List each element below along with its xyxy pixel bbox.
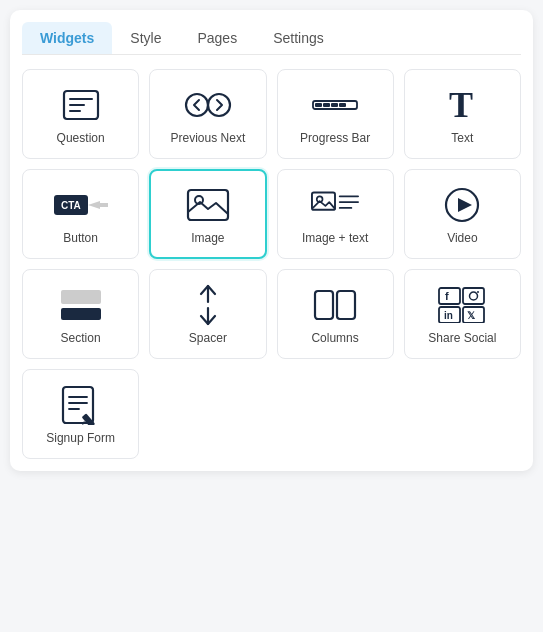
progress-bar-label: Progress Bar xyxy=(300,131,370,145)
image-icon xyxy=(184,187,232,223)
widget-section[interactable]: Section xyxy=(22,269,139,359)
tab-settings[interactable]: Settings xyxy=(255,22,342,54)
svg-point-34 xyxy=(470,292,478,300)
widget-video[interactable]: Video xyxy=(404,169,521,259)
svg-text:𝕏: 𝕏 xyxy=(467,310,476,321)
question-icon xyxy=(57,87,105,123)
widget-signup-form[interactable]: Signup Form xyxy=(22,369,139,459)
svg-rect-30 xyxy=(337,291,355,319)
tab-style[interactable]: Style xyxy=(112,22,179,54)
svg-rect-9 xyxy=(331,103,338,107)
widget-share-social[interactable]: f in 𝕏 Share Social xyxy=(404,269,521,359)
tab-pages[interactable]: Pages xyxy=(179,22,255,54)
svg-rect-26 xyxy=(61,308,101,320)
widget-text[interactable]: T Text xyxy=(404,69,521,159)
widget-image-text[interactable]: Image + text xyxy=(277,169,394,259)
image-text-icon xyxy=(311,187,359,223)
share-social-label: Share Social xyxy=(428,331,496,345)
video-label: Video xyxy=(447,231,477,245)
section-icon xyxy=(57,287,105,323)
widget-image[interactable]: Image xyxy=(149,169,266,259)
svg-rect-31 xyxy=(439,288,460,304)
svg-rect-8 xyxy=(323,103,330,107)
svg-text:f: f xyxy=(445,290,449,302)
svg-rect-25 xyxy=(61,290,101,304)
svg-point-5 xyxy=(208,94,230,116)
svg-rect-29 xyxy=(315,291,333,319)
prev-next-icon xyxy=(184,87,232,123)
svg-point-4 xyxy=(186,94,208,116)
widgets-grid: Question Previous Next xyxy=(22,69,521,459)
progress-bar-icon xyxy=(311,87,359,123)
widget-question[interactable]: Question xyxy=(22,69,139,159)
button-label: Button xyxy=(63,231,98,245)
spacer-icon xyxy=(184,287,232,323)
tab-widgets[interactable]: Widgets xyxy=(22,22,112,54)
button-icon: CTA xyxy=(52,187,110,223)
svg-rect-10 xyxy=(339,103,346,107)
main-panel: Widgets Style Pages Settings Question xyxy=(10,10,533,471)
svg-rect-18 xyxy=(312,193,335,210)
share-social-icon: f in 𝕏 xyxy=(438,287,486,323)
section-label: Section xyxy=(61,331,101,345)
image-text-label: Image + text xyxy=(302,231,368,245)
widget-spacer[interactable]: Spacer xyxy=(149,269,266,359)
columns-label: Columns xyxy=(311,331,358,345)
widget-button[interactable]: CTA Button xyxy=(22,169,139,259)
svg-point-35 xyxy=(477,291,479,293)
svg-rect-7 xyxy=(315,103,322,107)
image-label: Image xyxy=(191,231,224,245)
question-label: Question xyxy=(57,131,105,145)
tab-bar: Widgets Style Pages Settings xyxy=(22,22,521,55)
prev-next-label: Previous Next xyxy=(171,131,246,145)
spacer-label: Spacer xyxy=(189,331,227,345)
svg-marker-24 xyxy=(458,198,472,212)
svg-rect-16 xyxy=(188,190,228,220)
svg-rect-33 xyxy=(463,288,484,304)
text-label: Text xyxy=(451,131,473,145)
text-icon: T xyxy=(438,87,486,123)
columns-icon xyxy=(311,287,359,323)
signup-form-label: Signup Form xyxy=(46,431,115,445)
widget-progress-bar[interactable]: Progress Bar xyxy=(277,69,394,159)
svg-text:CTA: CTA xyxy=(61,200,81,211)
signup-form-icon xyxy=(57,387,105,423)
video-icon xyxy=(438,187,486,223)
svg-marker-15 xyxy=(94,203,108,207)
widget-previous-next[interactable]: Previous Next xyxy=(149,69,266,159)
widget-columns[interactable]: Columns xyxy=(277,269,394,359)
svg-text:T: T xyxy=(449,87,473,123)
svg-text:in: in xyxy=(444,310,453,321)
